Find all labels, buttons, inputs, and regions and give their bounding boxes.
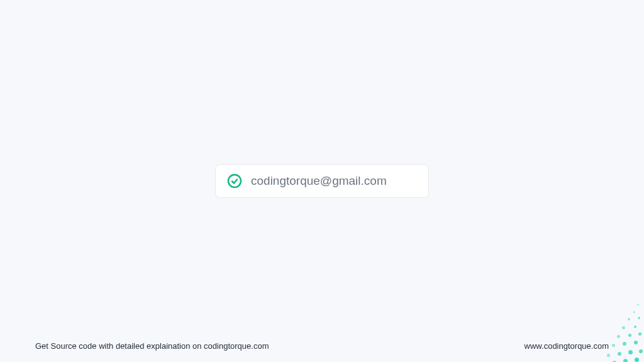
input-container (215, 164, 429, 198)
email-input[interactable] (251, 174, 417, 188)
footer-tagline: Get Source code with detailed explainati… (35, 341, 269, 351)
decorative-dots (581, 287, 644, 362)
footer: Get Source code with detailed explainati… (0, 341, 644, 351)
email-validation-card (215, 164, 429, 198)
footer-website: www.codingtorque.com (525, 341, 609, 351)
checkmark-success-icon (227, 173, 242, 189)
svg-point-0 (228, 175, 241, 187)
